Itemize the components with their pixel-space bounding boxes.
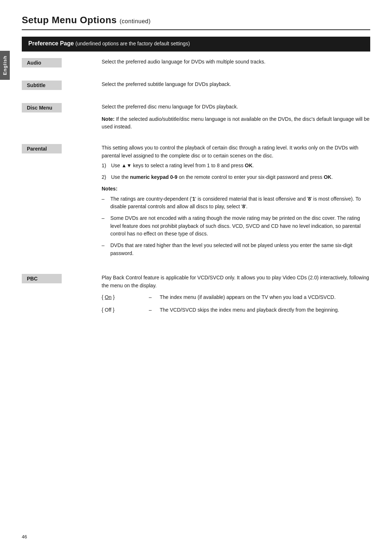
disc-menu-row: Disc Menu Select the preferred disc menu… (22, 97, 370, 138)
pbc-label-cell: PBC (22, 267, 94, 326)
parental-desc: This setting allows you to control the p… (94, 138, 370, 267)
pbc-option-off: { Off } – The VCD/SVCD skips the index m… (102, 306, 370, 314)
parental-note-2: – Some DVDs are not encoded with a ratin… (102, 214, 370, 238)
subtitle-label: Subtitle (22, 81, 62, 90)
preference-header: Preference Page (underlined options are … (22, 37, 370, 50)
disc-menu-label-cell: Disc Menu (22, 97, 94, 138)
page-number: 46 (22, 534, 27, 539)
audio-label: Audio (22, 58, 62, 67)
audio-desc: Select the preferred audio language for … (94, 52, 370, 74)
parental-step-1: 1) Use ▲▼ keys to select a rating level … (102, 162, 370, 170)
pbc-row: PBC Play Back Control feature is applica… (22, 267, 370, 326)
subtitle-desc: Select the preferred subtitle language f… (94, 74, 370, 97)
parental-step-2: 2) Use the numeric keypad 0-9 on the rem… (102, 173, 370, 181)
parental-steps: 1) Use ▲▼ keys to select a rating level … (102, 162, 370, 181)
parental-note-1: – The ratings are country-dependent ('1'… (102, 195, 370, 211)
subtitle-row: Subtitle Select the preferred subtitle l… (22, 74, 370, 97)
parental-notes-section: Notes: – The ratings are country-depende… (102, 185, 370, 258)
note-block: Note: If the selected audio/subtitle/dis… (102, 115, 370, 131)
page-title: Setup Menu Options (continued) (22, 15, 370, 26)
pbc-options: { On } – The index menu (if available) a… (102, 294, 370, 314)
page-wrapper: English Setup Menu Options (continued) P… (0, 0, 392, 554)
disc-menu-label: Disc Menu (22, 103, 62, 112)
parental-notes-list: – The ratings are country-dependent ('1'… (102, 195, 370, 258)
english-tab: English (0, 51, 10, 80)
content-table: Audio Select the preferred audio languag… (22, 52, 370, 326)
audio-label-cell: Audio (22, 52, 94, 74)
parental-label: Parental (22, 144, 62, 153)
title-divider (22, 29, 370, 30)
subtitle-label-cell: Subtitle (22, 74, 94, 97)
disc-menu-desc: Select the preferred disc menu language … (94, 97, 370, 138)
pbc-label: PBC (22, 274, 62, 283)
parental-note-3: – DVDs that are rated higher than the le… (102, 242, 370, 257)
audio-row: Audio Select the preferred audio languag… (22, 52, 370, 74)
pbc-option-on: { On } – The index menu (if available) a… (102, 294, 370, 301)
parental-row: Parental This setting allows you to cont… (22, 138, 370, 267)
parental-label-cell: Parental (22, 138, 94, 267)
pbc-desc: Play Back Control feature is applicable … (94, 267, 370, 326)
